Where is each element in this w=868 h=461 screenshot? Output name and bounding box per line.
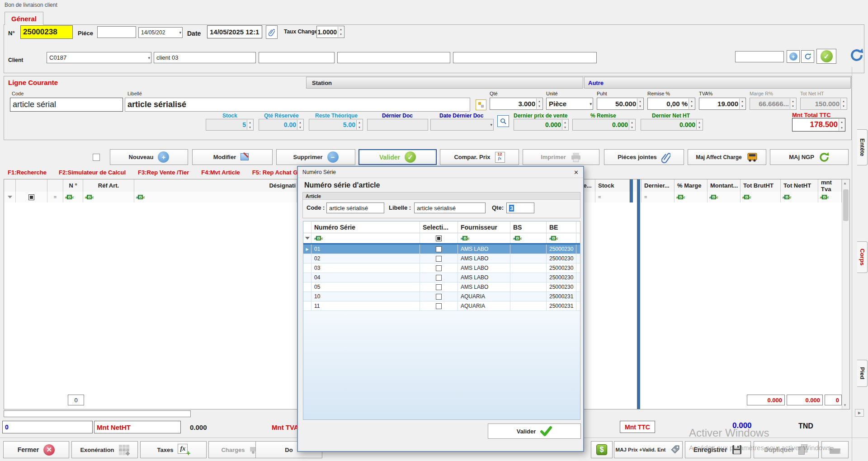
grid-vscrollbar[interactable]: ▲ ▼	[842, 179, 849, 409]
scroll-thumb[interactable]	[843, 189, 849, 221]
taux-change-field[interactable]: 1.0000 ▲▼	[316, 26, 344, 38]
add-client-button[interactable]: +	[787, 50, 800, 63]
filter-abc-cell[interactable]: aBc	[818, 192, 842, 202]
puht-field[interactable]: 50.000▲▼	[597, 98, 644, 110]
document-number-field[interactable]: 25000238	[20, 25, 73, 39]
station-column-header[interactable]: Station	[306, 77, 583, 89]
filter-op-cell[interactable]: =	[47, 192, 63, 202]
filter-abc-cell[interactable]: aBc	[675, 192, 708, 202]
col-selection[interactable]: Selecti...	[420, 221, 458, 233]
row-checkbox[interactable]	[436, 275, 442, 281]
tab-pied[interactable]: Pied	[857, 360, 868, 387]
fkey-f5[interactable]: F5: Rep Achat G	[252, 169, 298, 176]
remise-field[interactable]: 0,00 %▲▼	[647, 98, 695, 110]
filter-abc-cell[interactable]: aBc	[458, 233, 510, 243]
scroll-right-icon[interactable]: ▶	[855, 409, 864, 417]
nouveau-button[interactable]: Nouveau+	[110, 149, 188, 165]
grid-col-montant[interactable]: Montant...	[708, 179, 741, 192]
serial-row[interactable]: 04AMS LABO25000230	[303, 273, 580, 282]
qte-field[interactable]: 3.000▲▼	[490, 98, 543, 110]
fkey-f3[interactable]: F3:Rep Vente /Tier	[138, 169, 189, 176]
client-extra-field-1[interactable]	[259, 52, 335, 63]
filter-abc-cell[interactable]: aBc	[708, 192, 741, 202]
grid-col-op[interactable]	[47, 179, 63, 192]
col-fournisseur[interactable]: Fournisseur	[458, 221, 510, 233]
filter-abc-cell[interactable]: aBc	[134, 192, 297, 202]
row-checkbox[interactable]	[436, 303, 442, 309]
modal-libelle-field[interactable]: article sérialisé	[414, 202, 486, 213]
scroll-up-icon[interactable]: ▲	[843, 181, 847, 185]
client-code-combo[interactable]: C0187▾	[47, 52, 151, 63]
grid-col-totbrut[interactable]: Tot BrutHT	[741, 179, 781, 192]
serial-row[interactable]: 11AQUARIA25000231	[303, 301, 580, 311]
filter-abc-cell[interactable]: aBc	[781, 192, 818, 202]
row-checkbox[interactable]	[436, 246, 442, 252]
grid-col-mnttva[interactable]: mnt Tva	[818, 179, 842, 192]
fkey-f1[interactable]: F1:Recherche	[8, 169, 47, 176]
filter-check-cell[interactable]	[16, 192, 47, 202]
scroll-down-icon[interactable]: ▼	[843, 403, 847, 407]
search-article-button[interactable]	[497, 115, 509, 127]
client-extra-field-4[interactable]	[735, 51, 784, 62]
grid-col-marge[interactable]: % Marge	[675, 179, 708, 192]
modifier-button[interactable]: Modifier	[192, 149, 273, 165]
filter-abc-cell[interactable]: aBc	[510, 233, 547, 243]
article-libelle-field[interactable]: article sérialisé	[125, 98, 470, 112]
attachment-button[interactable]	[266, 25, 278, 39]
grid-col-dernier[interactable]: Dernier...	[642, 179, 675, 192]
modal-qte-field[interactable]: 3	[506, 202, 534, 213]
grid-col-ref[interactable]: Réf Art.	[83, 179, 134, 192]
lot-hierarchy-button[interactable]	[476, 99, 486, 110]
mnt-total-ttc-field[interactable]: 178.500▲▼	[792, 118, 845, 132]
serial-row[interactable]: 02AMS LABO25000230	[303, 254, 580, 263]
grid-col-check[interactable]	[16, 179, 47, 192]
article-code-field[interactable]: article sérial	[10, 98, 123, 112]
tab-corps[interactable]: Corps	[857, 241, 868, 273]
solde-button[interactable]: $	[591, 441, 613, 458]
supprimer-button[interactable]: Supprimer−	[276, 149, 355, 165]
client-extra-field-3[interactable]	[453, 52, 597, 63]
client-extra-field-2[interactable]	[337, 52, 450, 63]
maj-affect-charge-button[interactable]: Maj Affect Charge	[688, 149, 766, 165]
filter-abc-cell[interactable]: aBc	[741, 192, 781, 202]
col-bs[interactable]: BS	[510, 221, 547, 233]
serial-row[interactable]: 05AMS LABO25000230	[303, 282, 580, 292]
valider-button[interactable]: Valider✓	[359, 149, 437, 165]
refresh-client-button[interactable]	[801, 50, 814, 63]
filter-abc-cell[interactable]: aBc	[63, 192, 83, 202]
filter-abc-cell[interactable]: aBc	[311, 233, 420, 243]
fermer-button[interactable]: Fermer ✕	[3, 441, 69, 458]
fkey-f4[interactable]: F4:Mvt Article	[201, 169, 240, 176]
grid-col-totnet[interactable]: Tot NetHT	[781, 179, 818, 192]
filter-eq-cell[interactable]: =	[595, 192, 630, 202]
modal-valider-button[interactable]: Valider	[488, 423, 581, 439]
comparer-prix-button[interactable]: Compar. Prix 12fx	[440, 149, 519, 165]
tab-general[interactable]: Géneral	[5, 12, 43, 25]
filter-funnel-cell[interactable]	[303, 233, 311, 243]
piece-field[interactable]	[97, 26, 136, 38]
grid-col-designation[interactable]: Désignati	[134, 179, 297, 192]
datetime-field[interactable]: 14/05/2025 12:1	[207, 25, 262, 38]
row-checkbox[interactable]	[436, 256, 442, 262]
serial-row[interactable]: 10AQUARIA25000231	[303, 292, 580, 301]
client-name-field[interactable]: client 03	[154, 52, 256, 63]
fkey-f2[interactable]: F2:Simulateur de Calcul	[59, 169, 126, 176]
serial-row[interactable]: ▶01AMS LABO25000230	[303, 245, 580, 254]
row-checkbox[interactable]	[436, 294, 442, 300]
row-checkbox[interactable]	[436, 265, 442, 271]
unite-combo[interactable]: Pièce▾	[546, 98, 593, 110]
row-checkbox[interactable]	[436, 284, 442, 290]
taxes-button[interactable]: Taxes fx +	[140, 441, 207, 458]
tab-entete[interactable]: Entête	[857, 129, 868, 165]
close-icon[interactable]: ✕	[574, 169, 579, 176]
col-be[interactable]: BE	[547, 221, 576, 233]
filter-check-cell[interactable]	[420, 233, 458, 243]
date-combo[interactable]: 14/05/202▾	[138, 27, 183, 38]
modal-code-field[interactable]: article sérialisé	[326, 202, 384, 213]
filter-funnel-cell[interactable]	[4, 192, 16, 202]
serial-row[interactable]: 03AMS LABO25000230	[303, 263, 580, 273]
pieces-jointes-button[interactable]: Piéces jointes	[604, 149, 684, 165]
confirm-client-button[interactable]: ✓	[816, 49, 836, 64]
enregistrer-button[interactable]: Enregistrer	[685, 441, 751, 458]
reload-document-button[interactable]	[848, 47, 865, 64]
